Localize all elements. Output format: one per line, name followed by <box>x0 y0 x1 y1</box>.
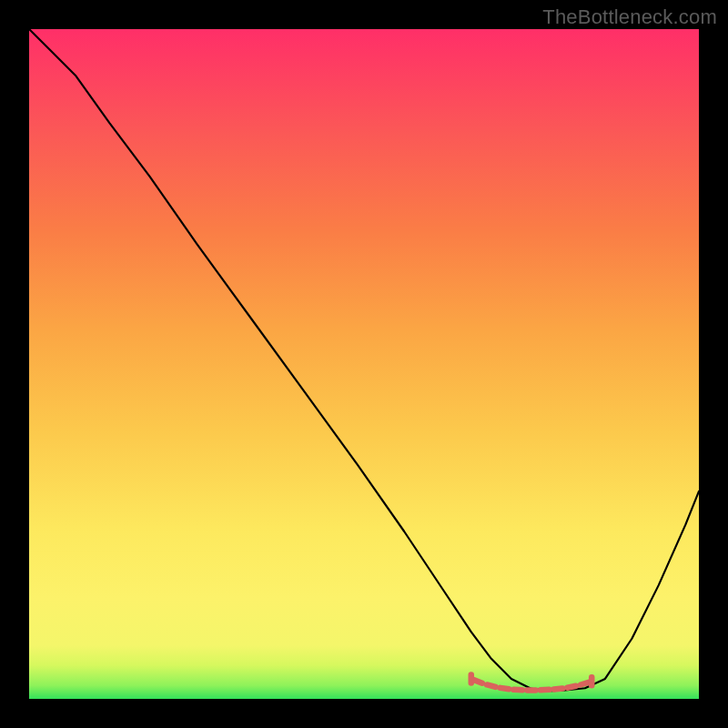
chart-highlight-dash <box>567 686 575 688</box>
chart-frame: TheBottleneck.com <box>0 0 728 728</box>
chart-highlight-dash <box>500 688 509 689</box>
chart-background <box>29 29 699 699</box>
chart-highlight-dash <box>473 680 481 683</box>
plot-area <box>29 29 699 699</box>
chart-highlight-dash <box>487 684 495 686</box>
chart-svg <box>29 29 699 699</box>
chart-highlight-dash <box>581 682 589 685</box>
chart-highlight-dash <box>554 688 562 689</box>
watermark-text: TheBottleneck.com <box>542 5 717 29</box>
